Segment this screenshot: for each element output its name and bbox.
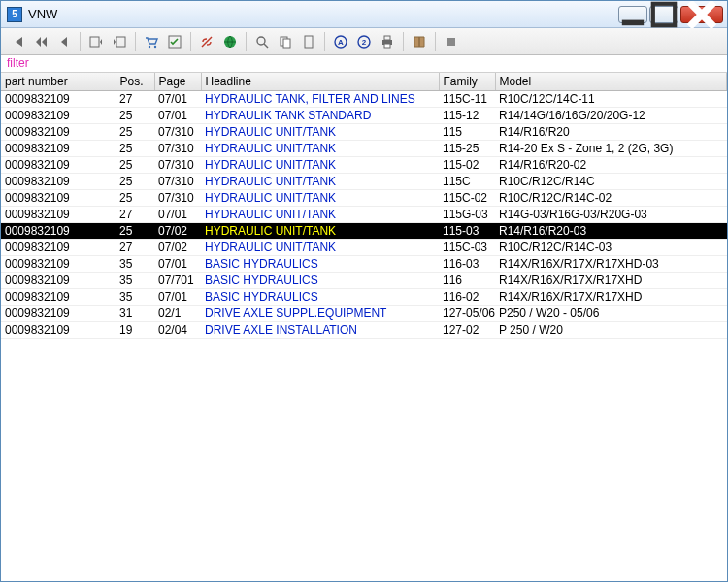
cell-model: R10C/R12C/R14C-02 bbox=[495, 190, 727, 207]
col-page[interactable]: Page bbox=[154, 73, 201, 91]
svg-rect-10 bbox=[283, 39, 290, 48]
stop-icon[interactable] bbox=[441, 31, 462, 52]
cell-part: 0009832109 bbox=[1, 174, 116, 190]
book-icon[interactable] bbox=[409, 31, 430, 52]
cell-headline[interactable]: HYDRAULIK TANK STANDARD bbox=[201, 108, 439, 124]
cell-page: 02/04 bbox=[154, 322, 201, 339]
cell-page: 07/310 bbox=[154, 157, 201, 174]
table-row[interactable]: 00098321092507/310HYDRAULIC UNIT/TANK115… bbox=[1, 174, 727, 190]
toolbar-separator bbox=[80, 32, 81, 51]
cell-part: 0009832109 bbox=[1, 157, 116, 174]
headline-link: BASIC HYDRAULICS bbox=[205, 274, 318, 287]
cell-part: 0009832109 bbox=[1, 108, 116, 124]
card-prev-icon[interactable] bbox=[85, 31, 107, 52]
table-row[interactable]: 00098321092507/310HYDRAULIC UNIT/TANK115… bbox=[1, 190, 727, 207]
cell-family: 127-02 bbox=[439, 322, 495, 339]
cell-headline[interactable]: BASIC HYDRAULICS bbox=[201, 256, 439, 273]
col-part-number[interactable]: part number bbox=[1, 73, 116, 91]
marker-2-icon[interactable]: 2 bbox=[353, 31, 375, 52]
cell-headline[interactable]: DRIVE AXLE SUPPL.EQUIPMENT bbox=[201, 306, 439, 322]
cell-family: 116 bbox=[439, 273, 495, 289]
col-headline[interactable]: Headline bbox=[201, 73, 439, 91]
table-row[interactable]: 00098321093102/1DRIVE AXLE SUPPL.EQUIPME… bbox=[1, 306, 727, 322]
svg-rect-19 bbox=[447, 38, 455, 46]
document-icon[interactable] bbox=[298, 31, 319, 52]
marker-a-icon[interactable]: A bbox=[330, 31, 351, 52]
cell-headline[interactable]: HYDRAULIC UNIT/TANK bbox=[201, 240, 439, 256]
cell-headline[interactable]: HYDRAULIC TANK, FILTER AND LINES bbox=[201, 91, 439, 108]
cell-headline[interactable]: BASIC HYDRAULICS bbox=[201, 273, 439, 289]
svg-point-5 bbox=[154, 45, 156, 47]
cell-family: 115G-03 bbox=[439, 207, 495, 223]
table-row[interactable]: 00098321092707/01HYDRAULIC UNIT/TANK115G… bbox=[1, 207, 727, 223]
headline-link: HYDRAULIC UNIT/TANK bbox=[205, 158, 336, 172]
table-row[interactable]: 00098321093507/01BASIC HYDRAULICS116-03R… bbox=[1, 256, 727, 273]
cart-icon[interactable] bbox=[141, 31, 162, 52]
cell-headline[interactable]: HYDRAULIC UNIT/TANK bbox=[201, 207, 439, 223]
cell-part: 0009832109 bbox=[1, 141, 116, 157]
column-headers[interactable]: part number Pos. Page Headline Family Mo… bbox=[1, 73, 727, 91]
cell-headline[interactable]: HYDRAULIC UNIT/TANK bbox=[201, 141, 439, 157]
prev-icon[interactable] bbox=[53, 31, 75, 52]
cell-model: R14X/R16X/R17X/R17XHD bbox=[495, 273, 727, 289]
headline-link: DRIVE AXLE SUPPL.EQUIPMENT bbox=[205, 307, 386, 320]
table-row[interactable]: 00098321092507/01HYDRAULIK TANK STANDARD… bbox=[1, 108, 727, 124]
cell-pos: 25 bbox=[116, 124, 154, 141]
cell-headline[interactable]: HYDRAULIC UNIT/TANK bbox=[201, 124, 439, 141]
table-row[interactable]: 00098321092507/310HYDRAULIC UNIT/TANK115… bbox=[1, 124, 727, 141]
no-link-icon[interactable] bbox=[196, 31, 217, 52]
fast-prev-icon[interactable] bbox=[30, 31, 51, 52]
cell-headline[interactable]: BASIC HYDRAULICS bbox=[201, 289, 439, 306]
globe-icon[interactable] bbox=[219, 31, 241, 52]
results-grid[interactable]: part number Pos. Page Headline Family Mo… bbox=[1, 72, 727, 581]
cell-part: 0009832109 bbox=[1, 273, 116, 289]
cell-headline[interactable]: HYDRAULIC UNIT/TANK bbox=[201, 157, 439, 174]
toolbar-separator bbox=[403, 32, 404, 51]
col-model[interactable]: Model bbox=[495, 73, 727, 91]
headline-link: HYDRAULIC UNIT/TANK bbox=[205, 224, 336, 238]
cell-headline[interactable]: HYDRAULIC UNIT/TANK bbox=[201, 223, 439, 240]
col-family[interactable]: Family bbox=[439, 73, 495, 91]
table-row[interactable]: 00098321092707/01HYDRAULIC TANK, FILTER … bbox=[1, 91, 727, 108]
table-row[interactable]: 00098321092707/02HYDRAULIC UNIT/TANK115C… bbox=[1, 240, 727, 256]
table-row[interactable]: 00098321092507/310HYDRAULIC UNIT/TANK115… bbox=[1, 157, 727, 174]
cell-model: R14/R16/R20-03 bbox=[495, 223, 727, 240]
table-row[interactable]: 00098321091902/04DRIVE AXLE INSTALLATION… bbox=[1, 322, 727, 339]
headline-link: HYDRAULIC UNIT/TANK bbox=[205, 191, 336, 205]
headline-link: HYDRAULIC UNIT/TANK bbox=[205, 142, 336, 155]
cell-model: R10C/R12C/R14C-03 bbox=[495, 240, 727, 256]
table-row[interactable]: 00098321093507/01BASIC HYDRAULICS116-02R… bbox=[1, 289, 727, 306]
zoom-icon[interactable] bbox=[251, 31, 273, 52]
cell-page: 07/701 bbox=[154, 273, 201, 289]
col-pos[interactable]: Pos. bbox=[116, 73, 154, 91]
cell-model: P250 / W20 - 05/06 bbox=[495, 306, 727, 322]
cell-headline[interactable]: HYDRAULIC UNIT/TANK bbox=[201, 190, 439, 207]
cell-pos: 27 bbox=[116, 240, 154, 256]
cell-page: 07/02 bbox=[154, 240, 201, 256]
cell-pos: 25 bbox=[116, 157, 154, 174]
cell-page: 07/310 bbox=[154, 124, 201, 141]
headline-link: HYDRAULIC UNIT/TANK bbox=[205, 125, 336, 139]
copy-icon[interactable] bbox=[275, 31, 296, 52]
cell-headline[interactable]: DRIVE AXLE INSTALLATION bbox=[201, 322, 439, 339]
headline-link: BASIC HYDRAULICS bbox=[205, 257, 318, 271]
minimize-button[interactable] bbox=[618, 6, 647, 23]
checklist-icon[interactable] bbox=[164, 31, 185, 52]
toolbar-separator bbox=[246, 32, 247, 51]
table-row[interactable]: 00098321092507/310HYDRAULIC UNIT/TANK115… bbox=[1, 141, 727, 157]
cell-part: 0009832109 bbox=[1, 306, 116, 322]
cell-model: R14-20 Ex S - Zone 1, 2 (2G, 3G) bbox=[495, 141, 727, 157]
table-row[interactable]: 00098321093507/701BASIC HYDRAULICS116R14… bbox=[1, 273, 727, 289]
cell-headline[interactable]: HYDRAULIC UNIT/TANK bbox=[201, 174, 439, 190]
maximize-button[interactable] bbox=[649, 6, 678, 23]
first-icon[interactable] bbox=[7, 31, 28, 52]
close-button[interactable] bbox=[680, 6, 723, 23]
cell-page: 07/01 bbox=[154, 207, 201, 223]
cell-page: 07/310 bbox=[154, 174, 201, 190]
cell-model: R10C/12C/14C-11 bbox=[495, 91, 727, 108]
print-icon[interactable] bbox=[377, 31, 398, 52]
cell-pos: 27 bbox=[116, 91, 154, 108]
card-next-icon[interactable] bbox=[109, 31, 130, 52]
cell-page: 07/310 bbox=[154, 190, 201, 207]
table-row[interactable]: 00098321092507/02HYDRAULIC UNIT/TANK115-… bbox=[1, 223, 727, 240]
